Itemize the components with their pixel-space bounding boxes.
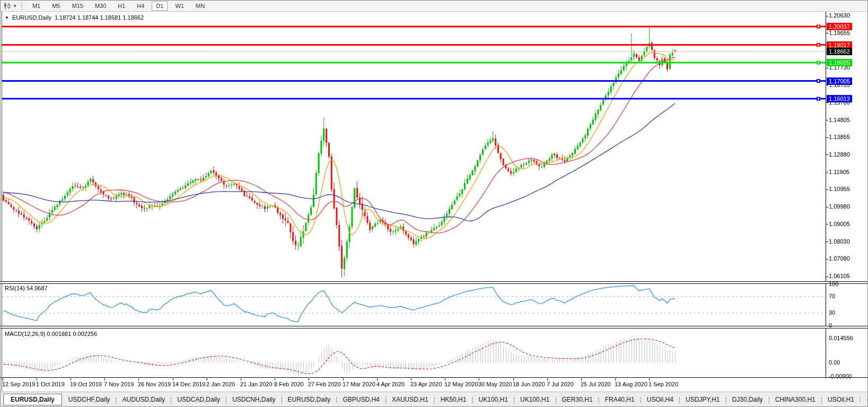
date-label: 21 Jan 2020 xyxy=(240,381,273,387)
chart-tab[interactable]: EURUSD,Daily xyxy=(3,394,62,405)
rsi-macd-separator[interactable] xyxy=(1,326,867,328)
chart-tab[interactable]: UK100,H1 xyxy=(474,395,513,404)
price-tick-mark xyxy=(826,102,828,103)
tab-divider: | xyxy=(821,396,822,403)
price-tick-label: 1.11905 xyxy=(829,169,849,175)
timeframe-button-h4[interactable]: H4 xyxy=(133,1,148,11)
chart-tab[interactable]: USOil,H1 xyxy=(823,395,859,404)
timeframe-button-m1[interactable]: M1 xyxy=(28,1,45,11)
timeframe-button-m15[interactable]: M15 xyxy=(67,1,87,11)
time-tick-mark xyxy=(104,378,105,380)
chart-tab[interactable]: HK50,H1 xyxy=(436,395,471,404)
time-tick-mark xyxy=(513,378,514,380)
date-label: 1 Sep 2020 xyxy=(648,381,678,387)
date-label: 2 Jan 2020 xyxy=(206,381,235,387)
date-label: 1 Oct 2019 xyxy=(36,381,65,387)
time-tick-mark xyxy=(377,378,378,380)
chart-tab[interactable]: USDCAD,Daily xyxy=(172,395,225,404)
timeframe-button-m5[interactable]: M5 xyxy=(48,1,64,11)
chart-tab[interactable]: GER30,H1 xyxy=(557,395,598,404)
price-tick-mark xyxy=(826,154,828,155)
macd-tick-label: -0.00900 xyxy=(829,373,852,379)
chart-tab[interactable]: USDCNH,Daily xyxy=(227,395,280,404)
price-tick-mark xyxy=(826,259,828,259)
price-tick-mark xyxy=(826,137,828,138)
date-label: 7 Nov 2019 xyxy=(104,381,134,387)
price-tick-mark xyxy=(826,189,828,190)
price-tick-mark xyxy=(826,33,828,33)
price-chart-canvas[interactable] xyxy=(2,13,826,378)
time-tick-mark xyxy=(207,378,207,380)
date-label: 7 Jul 2020 xyxy=(547,381,574,387)
tab-divider: | xyxy=(860,396,861,402)
rsi-tick-label: 70 xyxy=(829,293,835,299)
price-tick-mark xyxy=(826,276,828,277)
date-label: 30 May 2020 xyxy=(478,381,512,387)
timeframe-button-h1[interactable]: H1 xyxy=(113,1,129,11)
tab-divider: | xyxy=(725,396,726,403)
triangle-down-icon[interactable]: ▼ xyxy=(5,15,9,20)
price-tick-label: 1.12880 xyxy=(829,151,850,158)
timeframe-button-mn[interactable]: MN xyxy=(191,1,209,11)
hline-price-tag: 1.20037 xyxy=(827,23,852,30)
chevron-down-icon[interactable]: ▼ xyxy=(13,4,17,8)
chart-tab[interactable]: DJ30,Daily xyxy=(727,395,768,404)
chart-tab[interactable]: FRA40,H1 xyxy=(600,395,639,404)
timeframe-button-d1[interactable]: D1 xyxy=(152,1,168,11)
tab-divider: | xyxy=(640,396,642,403)
macd-tick-label: 0.014556 xyxy=(829,335,853,341)
chart-tab-bar: EURUSD,DailyUSDCHF,Daily|AUDUSD,Daily|US… xyxy=(1,392,867,406)
chart-tab[interactable]: AUDUSD,Daily xyxy=(118,395,170,404)
tab-divider: | xyxy=(679,396,680,403)
chart-tab[interactable]: XAUUSD,H1 xyxy=(387,395,433,404)
price-tick-mark xyxy=(826,120,828,120)
time-tick-mark xyxy=(411,378,411,380)
price-tick-label: 1.10955 xyxy=(829,186,850,192)
hline-price-tag: 1.17005 xyxy=(827,77,852,85)
price-tick-mark xyxy=(826,85,828,85)
time-tick-mark xyxy=(309,378,309,380)
tab-divider: | xyxy=(598,396,600,403)
time-tick-mark xyxy=(138,378,139,380)
price-rsi-separator[interactable] xyxy=(1,281,867,284)
tab-divider: | xyxy=(555,396,556,403)
date-label: 26 Nov 2019 xyxy=(138,381,171,387)
timeframe-button-w1[interactable]: W1 xyxy=(171,1,188,11)
time-tick-mark xyxy=(173,378,173,380)
chart-tab[interactable]: USDJPY,H1 xyxy=(681,395,724,404)
time-tick-mark xyxy=(581,378,582,380)
time-tick-mark xyxy=(3,378,3,380)
rsi-tick-label: 0 xyxy=(829,322,832,328)
tab-divider: | xyxy=(115,396,117,403)
tab-divider: | xyxy=(336,396,337,403)
price-tick-mark xyxy=(826,241,828,242)
current-price-tag: 1.18662 xyxy=(827,48,852,55)
time-tick-mark xyxy=(37,378,37,380)
date-label: 13 Aug 2020 xyxy=(615,381,647,387)
time-tick-mark xyxy=(479,378,479,380)
date-label: 12 May 2020 xyxy=(444,381,478,387)
price-tick-label: 1.13855 xyxy=(829,134,850,140)
chart-tab[interactable]: UK100,H1 xyxy=(515,395,554,404)
chart-tab[interactable]: EURUSD,Daily xyxy=(283,395,336,404)
price-tick-label: 1.19655 xyxy=(829,30,850,36)
price-tick-label: 1.06105 xyxy=(829,273,850,279)
chart-tab[interactable]: USOil,H4 xyxy=(642,395,678,404)
price-tick-label: 1.08030 xyxy=(829,238,850,245)
rsi-tick-label: 100 xyxy=(829,281,838,287)
tab-divider: | xyxy=(768,396,770,403)
timeframe-button-m30[interactable]: M30 xyxy=(91,1,110,11)
chart-tab[interactable]: USDCHF,Daily xyxy=(64,395,115,404)
macd-label: MACD(12,26,9) 0.001881 0.002256 xyxy=(5,331,97,337)
price-tick-label: 1.07080 xyxy=(829,255,850,262)
chart-tabs: EURUSD,DailyUSDCHF,Daily|AUDUSD,Daily|US… xyxy=(3,394,859,405)
price-tick-label: 1.20630 xyxy=(829,12,850,19)
chart-tab[interactable]: GBPUSD,H4 xyxy=(338,395,384,404)
chart-tab[interactable]: CHINA300,H1 xyxy=(770,395,820,404)
toolbar-grip xyxy=(21,2,22,10)
date-label: 19 Oct 2019 xyxy=(70,381,102,387)
price-tick-mark xyxy=(826,68,828,68)
candlestick-chart-icon[interactable] xyxy=(3,2,12,10)
price-tick-mark xyxy=(826,207,828,207)
tab-divider: | xyxy=(280,396,282,403)
